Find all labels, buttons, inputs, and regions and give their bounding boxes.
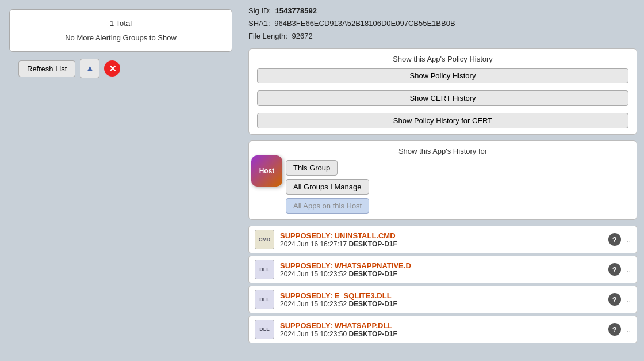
policy-box-title: Show this App's Policy History bbox=[257, 55, 628, 63]
history-box: Show this App's History for Host This Gr… bbox=[248, 140, 637, 220]
sig-id-value: 1543778592 bbox=[275, 6, 317, 15]
sha1-label: SHA1: bbox=[248, 19, 270, 28]
all-apps-host-button[interactable]: All Apps on this Host bbox=[286, 198, 369, 214]
all-groups-button[interactable]: All Groups I Manage bbox=[286, 179, 369, 195]
file-dots: .. bbox=[627, 325, 631, 334]
file-host: DESKTOP-D1F bbox=[348, 330, 397, 338]
help-icon[interactable]: ? bbox=[608, 293, 621, 306]
file-info-section: Sig ID: 1543778592 SHA1: 964B3FE66ECD913… bbox=[248, 5, 637, 43]
file-type-icon: DLL bbox=[255, 290, 274, 309]
sha1-value: 964B3FE66ECD913A52B18106D0E097CB55E1BB0B bbox=[274, 19, 455, 28]
file-list-item[interactable]: DLL SUPPOSEDLY: E_SQLITE3.DLL 2024 Jun 1… bbox=[248, 286, 637, 313]
policy-history-box: Show this App's Policy History Show Poli… bbox=[248, 48, 637, 135]
file-length-label: File Length: bbox=[248, 32, 288, 40]
file-dots: .. bbox=[627, 295, 631, 304]
up-icon: ▲ bbox=[85, 63, 94, 74]
sig-id-line: Sig ID: 1543778592 bbox=[248, 5, 637, 17]
groups-box: 1 Total No More Alerting Groups to Show bbox=[9, 9, 232, 52]
file-date: 2024 Jun 15 10:23:52 DESKTOP-D1F bbox=[280, 270, 603, 278]
file-length-value: 92672 bbox=[292, 32, 313, 40]
host-icon-label: Host bbox=[259, 167, 275, 175]
file-date: 2024 Jun 15 10:23:50 DESKTOP-D1F bbox=[280, 330, 603, 338]
history-buttons: Host This Group All Groups I Manage All … bbox=[257, 160, 628, 214]
help-icon[interactable]: ? bbox=[608, 233, 621, 246]
file-dots: .. bbox=[627, 265, 631, 274]
show-cert-button[interactable]: Show CERT History bbox=[257, 90, 628, 106]
groups-none-label: No More Alerting Groups to Show bbox=[19, 33, 223, 42]
right-panel: Sig ID: 1543778592 SHA1: 964B3FE66ECD913… bbox=[241, 0, 644, 361]
file-list: CMD SUPPOSEDLY: UNINSTALL.CMD 2024 Jun 1… bbox=[248, 226, 637, 343]
file-list-item[interactable]: CMD SUPPOSEDLY: UNINSTALL.CMD 2024 Jun 1… bbox=[248, 226, 637, 253]
file-type-icon: CMD bbox=[255, 230, 274, 249]
file-host: DESKTOP-D1F bbox=[348, 240, 397, 248]
sha1-line: SHA1: 964B3FE66ECD913A52B18106D0E097CB55… bbox=[248, 17, 637, 30]
show-policy-cert-button[interactable]: Show Policy History for CERT bbox=[257, 113, 628, 128]
refresh-button[interactable]: Refresh List bbox=[18, 60, 75, 77]
file-info: SUPPOSEDLY: WHATSAPPNATIVE.D 2024 Jun 15… bbox=[280, 261, 603, 278]
file-date: 2024 Jun 16 16:27:17 DESKTOP-D1F bbox=[280, 240, 603, 248]
file-info: SUPPOSEDLY: UNINSTALL.CMD 2024 Jun 16 16… bbox=[280, 231, 603, 248]
host-icon: Host bbox=[251, 155, 282, 187]
file-list-item[interactable]: DLL SUPPOSEDLY: WHATSAPPNATIVE.D 2024 Ju… bbox=[248, 256, 637, 283]
help-icon[interactable]: ? bbox=[608, 323, 621, 336]
file-dots: .. bbox=[627, 235, 631, 244]
close-icon: ✕ bbox=[109, 63, 116, 74]
file-info: SUPPOSEDLY: WHATSAPP.DLL 2024 Jun 15 10:… bbox=[280, 321, 603, 338]
up-button[interactable]: ▲ bbox=[80, 59, 99, 78]
groups-total: 1 Total bbox=[19, 19, 223, 28]
show-policy-button[interactable]: Show Policy History bbox=[257, 68, 628, 83]
help-icon[interactable]: ? bbox=[608, 263, 621, 276]
close-button[interactable]: ✕ bbox=[104, 60, 120, 77]
file-list-item[interactable]: DLL SUPPOSEDLY: WHATSAPP.DLL 2024 Jun 15… bbox=[248, 316, 637, 343]
file-name: SUPPOSEDLY: WHATSAPPNATIVE.D bbox=[280, 261, 603, 270]
file-host: DESKTOP-D1F bbox=[348, 270, 397, 278]
sig-id-label: Sig ID: bbox=[248, 6, 271, 15]
file-type-icon: DLL bbox=[255, 320, 274, 339]
file-name: SUPPOSEDLY: E_SQLITE3.DLL bbox=[280, 291, 603, 300]
history-box-title: Show this App's History for bbox=[257, 147, 628, 155]
left-panel: 1 Total No More Alerting Groups to Show … bbox=[0, 0, 241, 361]
file-name: SUPPOSEDLY: WHATSAPP.DLL bbox=[280, 321, 603, 330]
file-info: SUPPOSEDLY: E_SQLITE3.DLL 2024 Jun 15 10… bbox=[280, 291, 603, 308]
file-type-icon: DLL bbox=[255, 260, 274, 279]
groups-actions: Refresh List ▲ ✕ bbox=[9, 59, 232, 78]
file-host: DESKTOP-D1F bbox=[348, 300, 397, 308]
file-name: SUPPOSEDLY: UNINSTALL.CMD bbox=[280, 231, 603, 240]
file-length-line: File Length: 92672 bbox=[248, 30, 637, 43]
host-this-group-button[interactable]: This Group bbox=[286, 160, 338, 176]
file-date: 2024 Jun 15 10:23:52 DESKTOP-D1F bbox=[280, 300, 603, 308]
